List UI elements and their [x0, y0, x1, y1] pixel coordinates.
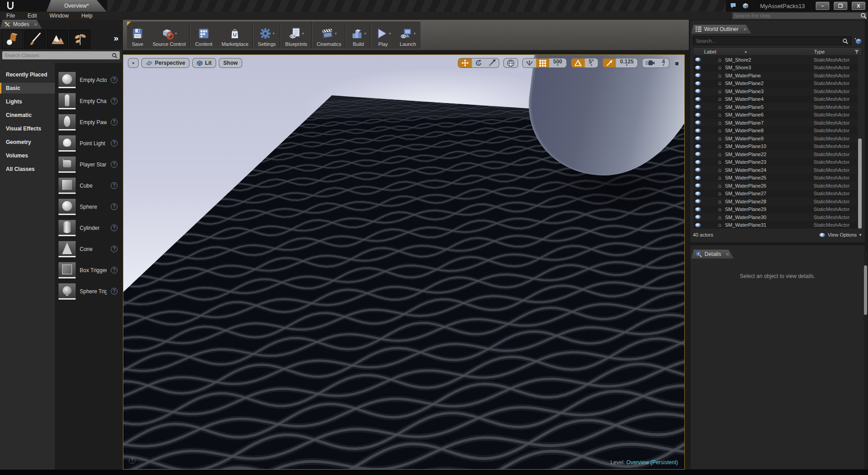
perspective-button[interactable]: Perspective	[141, 58, 190, 68]
category-item[interactable]: Volumes	[0, 150, 55, 161]
category-item[interactable]: Geometry	[0, 137, 55, 148]
help-icon[interactable]: ?	[111, 246, 118, 252]
scale-tool-button[interactable]	[485, 58, 499, 67]
landscape-mode-button[interactable]	[47, 30, 68, 49]
close-icon[interactable]: ✕	[726, 252, 729, 257]
visibility-eye-icon[interactable]	[695, 136, 701, 140]
maximize-button[interactable]: ❐	[834, 2, 847, 10]
table-row[interactable]: ⌂ SM_WaterPlane23 StaticMeshActor	[693, 158, 862, 166]
scrollbar-thumb[interactable]	[858, 139, 862, 229]
tab-modes[interactable]: Modes ✕	[0, 20, 42, 29]
move-tool-button[interactable]	[458, 58, 472, 67]
table-row[interactable]: ⌂ SM_WaterPlane27 StaticMeshActor	[693, 190, 862, 198]
visibility-eye-icon[interactable]	[695, 207, 701, 211]
help-icon[interactable]: ?	[111, 76, 118, 83]
place-mode-button[interactable]	[2, 30, 23, 49]
cinematics-button[interactable]: ▾ Cinematics	[312, 22, 346, 49]
column-label[interactable]: Label	[704, 49, 716, 54]
chevron-down-icon[interactable]: ▾	[414, 31, 416, 36]
foliage-mode-button[interactable]	[69, 30, 90, 49]
placeable-item[interactable]: Cylinder ?	[59, 217, 120, 238]
save-button[interactable]: Save	[127, 22, 148, 49]
visibility-eye-icon[interactable]	[695, 152, 701, 156]
table-row[interactable]: ⌂ SM_WaterPlane30 StaticMeshActor	[693, 213, 862, 221]
visibility-eye-icon[interactable]	[695, 184, 701, 188]
visibility-eye-icon[interactable]	[695, 121, 701, 125]
category-item[interactable]: Cinematic	[0, 110, 55, 121]
visibility-eye-icon[interactable]	[695, 129, 701, 133]
table-row[interactable]: ⌂ SM_WaterPlane29 StaticMeshActor	[693, 206, 862, 214]
menu-item[interactable]: Help	[75, 12, 99, 20]
minimize-button[interactable]: –	[816, 2, 829, 10]
paint-mode-button[interactable]	[24, 30, 45, 49]
visibility-eye-icon[interactable]	[695, 58, 701, 62]
visibility-eye-icon[interactable]	[695, 89, 701, 93]
camera-speed-value[interactable]: 4▾	[658, 58, 669, 67]
placeable-item[interactable]: Sphere ?	[59, 196, 120, 217]
visibility-eye-icon[interactable]	[695, 81, 701, 85]
view-options-button[interactable]: View Options	[827, 232, 857, 238]
visibility-eye-icon[interactable]	[695, 160, 701, 164]
rotation-snap-toggle[interactable]	[571, 58, 585, 67]
visibility-eye-icon[interactable]	[695, 66, 701, 70]
help-icon[interactable]: ?	[111, 119, 118, 125]
table-row[interactable]: ⌂ SM_WaterPlane5 StaticMeshActor	[693, 103, 862, 111]
column-type[interactable]: Type	[814, 49, 825, 54]
close-button[interactable]: X	[852, 2, 865, 10]
build-button[interactable]: ▾ Build	[346, 22, 371, 49]
table-row[interactable]: ⌂ SM_WaterPlane25 StaticMeshActor	[693, 174, 862, 182]
tab-world-outliner[interactable]: World Outliner ✕	[691, 25, 751, 34]
outliner-scrollbar[interactable]	[858, 56, 862, 229]
create-actor-button[interactable]	[853, 37, 862, 45]
level-tab[interactable]: Overview*	[46, 0, 107, 12]
viewport-3d[interactable]: ▾ Perspective Lit Show	[123, 54, 685, 470]
visibility-eye-icon[interactable]	[695, 215, 701, 219]
details-scrollbar[interactable]	[864, 252, 867, 468]
play-button[interactable]: ▾ Play	[371, 22, 395, 49]
table-row[interactable]: ⌂ SM_WaterPlane2 StaticMeshActor	[693, 80, 862, 88]
source-control-button[interactable]: ▾ Source Control	[148, 22, 190, 49]
help-icon[interactable]: ?	[111, 288, 118, 295]
viewport-help-icon[interactable]: ?	[129, 457, 136, 464]
table-row[interactable]: ⌂ SM_WaterPlane31 StaticMeshActor	[693, 221, 862, 229]
feedback-icon[interactable]	[730, 3, 737, 9]
help-icon[interactable]: ?	[111, 224, 118, 231]
maximize-viewport-button[interactable]	[674, 60, 681, 66]
placeable-item[interactable]: Cone ?	[59, 238, 120, 260]
category-item[interactable]: Basic	[0, 83, 55, 94]
grid-snap-value[interactable]: 500▾	[549, 58, 566, 67]
table-row[interactable]: ⌂ SM_WaterPlane10 StaticMeshActor	[693, 143, 862, 151]
chevron-down-icon[interactable]: ▾	[175, 31, 177, 36]
help-icon[interactable]: ?	[111, 98, 118, 104]
help-icon[interactable]: ?	[111, 203, 118, 210]
settings-button[interactable]: ▾ Settings	[253, 22, 280, 49]
category-item[interactable]: Visual Effects	[0, 123, 55, 134]
placeable-item[interactable]: Point Light ?	[59, 133, 120, 154]
visibility-eye-icon[interactable]	[695, 105, 701, 109]
visibility-eye-icon[interactable]	[695, 192, 701, 196]
content-button[interactable]: Content	[190, 22, 217, 49]
camera-speed-button[interactable]	[642, 58, 658, 67]
visibility-eye-icon[interactable]	[695, 223, 701, 227]
placeable-item[interactable]: Player Star ?	[59, 154, 120, 175]
menu-item[interactable]: Edit	[21, 12, 43, 20]
placeable-item[interactable]: Box Trigger ?	[59, 260, 120, 281]
visibility-eye-icon[interactable]	[695, 73, 701, 77]
viewport-options-button[interactable]: ▾	[128, 58, 139, 68]
help-icon[interactable]: ?	[111, 161, 118, 168]
level-indicator[interactable]: Level: Overview (Persistent)	[610, 459, 678, 466]
visibility-eye-icon[interactable]	[695, 199, 701, 203]
help-icon[interactable]: ?	[111, 140, 118, 147]
table-row[interactable]: ⌂ SM_WaterPlane6 StaticMeshActor	[693, 111, 862, 119]
placeable-item[interactable]: Empty Char ?	[59, 90, 120, 112]
surface-snapping-button[interactable]	[523, 58, 536, 67]
chevron-down-icon[interactable]: ▾	[389, 31, 391, 36]
tab-details[interactable]: i Details ✕	[691, 250, 734, 259]
table-row[interactable]: ⌂ SM_WaterPlane4 StaticMeshActor	[693, 95, 862, 103]
scale-snap-value[interactable]: 0.125▾	[616, 58, 637, 67]
help-search-input[interactable]	[732, 13, 860, 18]
classes-search-input[interactable]	[5, 53, 112, 58]
category-item[interactable]: Lights	[0, 96, 55, 107]
scrollbar-thumb[interactable]	[864, 265, 867, 315]
rotate-tool-button[interactable]	[472, 58, 485, 67]
